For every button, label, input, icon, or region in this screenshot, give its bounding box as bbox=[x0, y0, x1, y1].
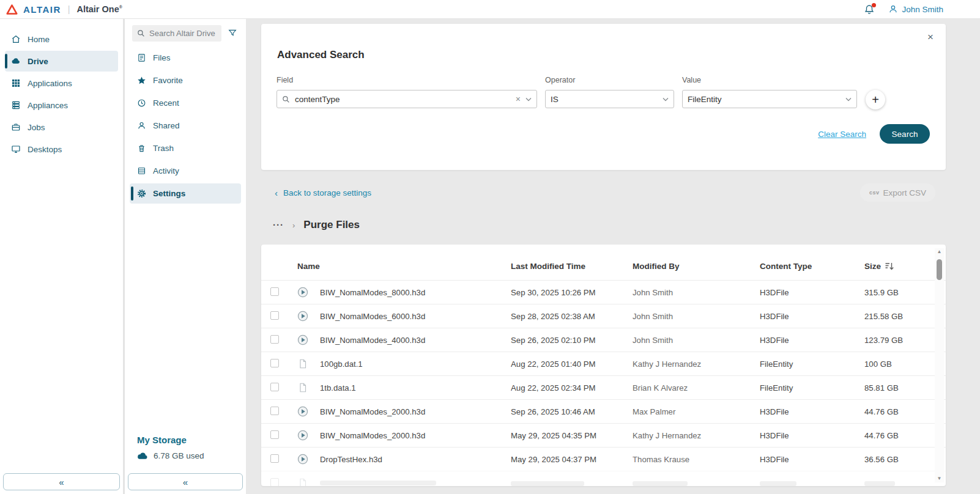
drive-item-shared[interactable]: Shared bbox=[130, 116, 241, 136]
row-checkbox[interactable] bbox=[270, 335, 279, 344]
chevron-down-icon[interactable] bbox=[663, 97, 669, 101]
table-row[interactable]: BIW_NomalModes_2000.h3dMay 29, 2025 04:3… bbox=[261, 423, 946, 447]
sidebar-item-appliances[interactable]: Appliances bbox=[5, 95, 118, 116]
sidebar-item-desktops[interactable]: Desktops bbox=[5, 139, 118, 160]
drive-item-activity[interactable]: Activity bbox=[130, 161, 241, 181]
sidebar-collapse-button[interactable]: « bbox=[3, 473, 120, 490]
last-modified-time: Aug 22, 2025 02:34 PM bbox=[511, 383, 633, 393]
table-row[interactable]: BIW_NomalModes_8000.h3dSep 30, 2025 10:2… bbox=[261, 280, 946, 304]
user-menu[interactable]: John Smith bbox=[888, 4, 943, 14]
drive-search-input[interactable] bbox=[149, 29, 217, 38]
row-checkbox[interactable] bbox=[270, 311, 279, 320]
settings-gear-icon bbox=[137, 189, 146, 198]
table-row[interactable]: 100gb.dat.1Aug 22, 2025 01:40 PMKathy J … bbox=[261, 352, 946, 375]
breadcrumb-ellipsis-button[interactable]: ··· bbox=[273, 222, 284, 228]
row-checkbox[interactable] bbox=[270, 383, 279, 391]
modified-by: Thomas Krause bbox=[633, 455, 760, 464]
column-header-modified-by[interactable]: Modified By bbox=[633, 262, 760, 271]
table-scrollbar[interactable]: ▲ ▼ bbox=[935, 248, 944, 482]
sidebar-item-applications[interactable]: Applications bbox=[5, 73, 118, 94]
drive-item-recent[interactable]: Recent bbox=[130, 93, 241, 113]
clear-field-icon[interactable]: × bbox=[516, 94, 521, 104]
user-name: John Smith bbox=[902, 5, 943, 14]
file-icon bbox=[297, 358, 308, 369]
close-icon[interactable]: × bbox=[927, 32, 934, 42]
field-combobox[interactable]: contentType × bbox=[277, 90, 537, 108]
clear-search-link[interactable]: Clear Search bbox=[818, 130, 866, 139]
sort-descending-icon bbox=[885, 262, 894, 270]
main-sidebar: Home Drive Applications Appliances Jobs … bbox=[0, 19, 125, 494]
content-type: FileEntity bbox=[760, 359, 864, 369]
notifications-bell-icon[interactable] bbox=[864, 4, 875, 15]
breadcrumb: ··· › Purge Files bbox=[261, 217, 946, 233]
operator-label: Operator bbox=[545, 76, 674, 84]
h3d-file-icon bbox=[297, 454, 308, 465]
column-header-last-modified[interactable]: Last Modified Time bbox=[511, 262, 633, 271]
content-type: H3DFile bbox=[760, 431, 864, 440]
filter-funnel-icon[interactable] bbox=[228, 28, 239, 39]
value-select[interactable]: FileEntity bbox=[682, 90, 857, 108]
file-size: 123.79 GB bbox=[864, 336, 946, 345]
add-criteria-button[interactable]: + bbox=[866, 90, 885, 109]
chevron-down-icon[interactable] bbox=[525, 97, 532, 101]
sidebar-item-jobs[interactable]: Jobs bbox=[5, 117, 118, 138]
table-row[interactable]: 1tb.data.1Aug 22, 2025 02:34 PMBrian K A… bbox=[261, 375, 946, 399]
row-checkbox[interactable] bbox=[270, 407, 279, 415]
table-row[interactable]: BIW_NomalModes_2000.h3dSep 26, 2025 10:4… bbox=[261, 399, 946, 423]
column-header-content-type[interactable]: Content Type bbox=[760, 262, 864, 271]
last-modified-time: Sep 26, 2025 02:10 PM bbox=[511, 336, 633, 345]
file-size: 100 GB bbox=[864, 359, 946, 369]
drive-panel-collapse-button[interactable]: « bbox=[128, 473, 243, 490]
operator-select[interactable]: IS bbox=[545, 90, 674, 108]
operator-value: IS bbox=[551, 95, 658, 104]
files-icon bbox=[137, 53, 146, 62]
scroll-down-icon[interactable]: ▼ bbox=[935, 475, 944, 482]
column-header-name[interactable]: Name bbox=[288, 262, 511, 271]
file-size: 85.81 GB bbox=[864, 383, 946, 393]
drive-search[interactable] bbox=[132, 25, 221, 42]
modified-by: John Smith bbox=[633, 336, 760, 345]
file-name: BIW_NomalModes_4000.h3d bbox=[320, 336, 425, 345]
storage-used-text: 6.78 GB used bbox=[154, 451, 204, 460]
sidebar-item-drive[interactable]: Drive bbox=[5, 51, 118, 72]
file-size: 44.76 GB bbox=[864, 431, 946, 440]
export-csv-button[interactable]: csv Export CSV bbox=[860, 183, 935, 202]
content-type: H3DFile bbox=[760, 336, 864, 345]
sidebar-item-home[interactable]: Home bbox=[5, 29, 118, 50]
recent-clock-icon bbox=[137, 98, 146, 108]
drive-item-settings[interactable]: Settings bbox=[130, 183, 241, 204]
table-body: BIW_NomalModes_8000.h3dSep 30, 2025 10:2… bbox=[261, 280, 946, 486]
drive-item-favorite[interactable]: Favorite bbox=[130, 70, 241, 90]
back-to-storage-settings-link[interactable]: ‹ Back to storage settings bbox=[275, 188, 371, 197]
scrollbar-thumb[interactable] bbox=[937, 259, 942, 280]
table-row[interactable]: DropTestHex.h3dMay 29, 2025 04:37 PMThom… bbox=[261, 447, 946, 471]
table-header: Name Last Modified Time Modified By Cont… bbox=[261, 245, 946, 280]
row-checkbox[interactable] bbox=[270, 430, 279, 439]
table-row[interactable]: BIW_NomalModes_6000.h3dSep 28, 2025 02:3… bbox=[261, 304, 946, 328]
column-header-size[interactable]: Size bbox=[864, 262, 946, 271]
h3d-file-icon bbox=[297, 430, 308, 441]
h3d-file-icon bbox=[297, 287, 308, 298]
row-checkbox[interactable] bbox=[270, 359, 279, 367]
value-value: FileEntity bbox=[688, 95, 841, 104]
last-modified-time: Sep 28, 2025 02:38 AM bbox=[511, 312, 633, 321]
chevron-down-icon[interactable] bbox=[845, 97, 852, 101]
drive-item-trash[interactable]: Trash bbox=[130, 138, 241, 158]
row-checkbox[interactable] bbox=[270, 454, 279, 463]
content-type: H3DFile bbox=[760, 288, 864, 297]
toolbar-row: ‹ Back to storage settings csv Export CS… bbox=[261, 183, 946, 202]
page-title: Purge Files bbox=[303, 219, 360, 231]
last-modified-time: Sep 26, 2025 10:46 AM bbox=[511, 407, 633, 416]
applications-grid-icon bbox=[11, 78, 21, 88]
search-button[interactable]: Search bbox=[880, 124, 930, 144]
search-icon bbox=[282, 95, 290, 103]
file-size: 215.58 GB bbox=[864, 312, 946, 321]
scroll-up-icon[interactable]: ▲ bbox=[935, 248, 944, 256]
storage-title: My Storage bbox=[137, 435, 204, 445]
table-row[interactable]: BIW_NomalModes_4000.h3dSep 26, 2025 02:1… bbox=[261, 328, 946, 352]
shared-person-icon bbox=[137, 121, 146, 130]
row-checkbox[interactable] bbox=[270, 478, 279, 487]
table-row-partial[interactable] bbox=[261, 471, 946, 486]
row-checkbox[interactable] bbox=[270, 287, 279, 296]
drive-item-files[interactable]: Files bbox=[130, 48, 241, 68]
